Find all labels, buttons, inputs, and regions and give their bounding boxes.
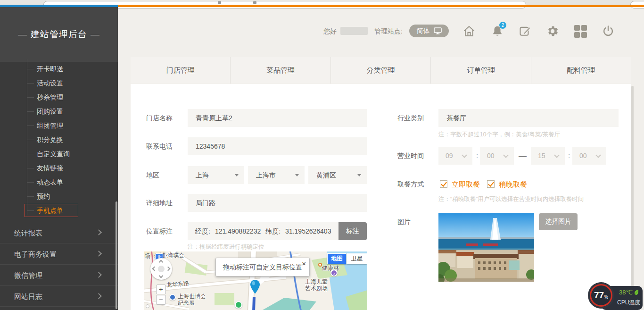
tab-order-management[interactable]: 订单管理: [430, 57, 530, 84]
longitude-value: 121.490882232: [215, 227, 261, 235]
phone-input[interactable]: 12345678: [188, 137, 367, 155]
notification-badge: 2: [499, 22, 506, 29]
sidebar-section-dianzishangwu[interactable]: 电子商务设置: [0, 243, 118, 264]
language-switch-button[interactable]: 简体: [409, 25, 449, 37]
store-photo: [438, 213, 534, 282]
time-colon: :: [568, 151, 570, 159]
province-select[interactable]: 上海: [188, 166, 244, 184]
dropdown-arrow-icon: [295, 174, 299, 176]
city-select[interactable]: 上海市: [248, 166, 305, 184]
edit-icon: [519, 25, 532, 38]
location-map[interactable]: 场 外滩·湾璞会 龙华东路 上海世博会 纪念展 健康林 上海儿童 艺术剧场 ♪ …: [144, 251, 367, 310]
district-value: 黄浦区: [316, 171, 336, 179]
sidebar-item-shoujidiandan-active[interactable]: 手机点单: [0, 203, 118, 218]
satellite-mode-button[interactable]: 卫星: [347, 253, 367, 264]
content-scrollbar[interactable]: [631, 86, 634, 310]
dropdown-arrow-icon: [357, 174, 361, 176]
pickup-now-checkbox[interactable]: [440, 180, 447, 188]
tab-ingredient-management[interactable]: 配料管理: [531, 57, 631, 84]
map-label-edge: 场: [145, 252, 150, 260]
pan-down-icon: [159, 274, 164, 278]
settings-button[interactable]: [546, 25, 559, 38]
tab-store-management[interactable]: 门店管理: [131, 57, 230, 84]
sidebar-section-wangzhanrizhi[interactable]: 网站日志: [0, 285, 118, 307]
sidebar-section-tongjibaobiao[interactable]: 统计报表: [0, 222, 118, 243]
mark-location-button[interactable]: 标注: [339, 222, 367, 240]
logout-button[interactable]: [602, 25, 615, 38]
location-label: 位置标注: [146, 227, 173, 236]
pan-up-icon: [159, 260, 164, 265]
title-dash: —: [91, 29, 100, 39]
chevron-right-icon: [96, 272, 102, 278]
map-pin-icon[interactable]: [250, 280, 260, 296]
monitor-icon: [434, 27, 442, 34]
sidebar-section-weixinguanli[interactable]: 微信管理: [0, 264, 118, 285]
gear-icon: [546, 25, 559, 38]
close-minute-select[interactable]: 00: [572, 147, 606, 165]
zoom-out-button[interactable]: −: [156, 295, 166, 305]
home-button[interactable]: [462, 25, 476, 38]
tab-category-management[interactable]: 分类管理: [330, 57, 430, 84]
sidebar-item-youqinglianjie[interactable]: 友情链接: [0, 161, 118, 175]
map-tooltip: 拖动标注可自定义目标位置 ×: [215, 258, 310, 276]
notifications-button[interactable]: 2: [491, 25, 504, 38]
sidebar-item-zutuanguanli[interactable]: 组团管理: [0, 118, 118, 133]
app-title: —建站管理后台—: [15, 29, 103, 39]
chevron-right-icon: [96, 251, 102, 257]
zoom-in-button[interactable]: +: [156, 285, 166, 294]
province-value: 上海: [196, 171, 209, 179]
chevron-right-icon: [96, 293, 102, 299]
sidebar-sections: 统计报表 电子商务设置 微信管理 网站日志: [0, 222, 118, 307]
cpu-monitor-widget[interactable]: 77 % 38℃ CPU温度: [590, 284, 643, 310]
screen: —建站管理后台— 开卡即送 活动设置 秒杀管理 团购设置 组团管理 积分兑换 自…: [0, 0, 644, 310]
chevron-down-icon: [462, 152, 467, 158]
industry-note: 注：字数不超过10个字，例：美食/粤菜/茶餐厅: [438, 131, 560, 139]
cpu-temperature: 38℃: [619, 289, 639, 296]
sidebar-item-yuyue[interactable]: 预约: [0, 189, 118, 203]
store-name-input[interactable]: 青青原上草2: [188, 109, 367, 127]
map-pan-control[interactable]: [150, 258, 172, 280]
pickup-later-checkbox[interactable]: [487, 180, 495, 188]
district-select[interactable]: 黄浦区: [308, 166, 367, 184]
leaf-icon: [634, 289, 639, 295]
close-hour-select[interactable]: 15: [531, 147, 565, 165]
username-redacted: [340, 27, 368, 35]
dropdown-arrow-icon: [235, 174, 239, 176]
tab-dish-management[interactable]: 菜品管理: [230, 57, 330, 84]
coordinates-field[interactable]: 经度:121.490882232纬度:31.1952626403: [188, 222, 339, 240]
pan-left-icon: [152, 267, 157, 271]
sidebar-item-huodongshezhi[interactable]: 活动设置: [0, 76, 118, 90]
pickup-note: 注：“稍晚取餐”用户可以选择在营业时间内选择取餐时间: [438, 195, 584, 203]
sidebar-scrollbar[interactable]: [116, 201, 117, 309]
open-minute-select[interactable]: 00: [480, 147, 514, 165]
sidebar-item-jifenduihuan[interactable]: 积分兑换: [0, 133, 118, 147]
close-icon[interactable]: ×: [301, 259, 307, 268]
close-hour-value: 15: [538, 152, 545, 159]
sidebar: —建站管理后台— 开卡即送 活动设置 秒杀管理 团购设置 组团管理 积分兑换 自…: [0, 7, 118, 310]
region-label: 地区: [146, 171, 159, 180]
map-label-theater-line2: 艺术剧场: [305, 285, 328, 293]
park-icon: [235, 301, 242, 309]
app-title-text: 建站管理后台: [31, 29, 87, 39]
time-dash: —: [519, 151, 527, 161]
sidebar-item-tuangoushezhi[interactable]: 团购设置: [0, 104, 118, 118]
sidebar-item-zidingyichaxun[interactable]: 自定义查询: [0, 147, 118, 161]
choose-image-button[interactable]: 选择图片: [539, 213, 578, 230]
accent-bar-orange: [118, 5, 644, 7]
section-label: 微信管理: [14, 271, 42, 279]
sidebar-item-dongtaibiaodan[interactable]: 动态表单: [0, 175, 118, 189]
industry-input[interactable]: 茶餐厅: [438, 109, 619, 127]
edit-button[interactable]: [519, 25, 532, 38]
pickup-now-label: 立即取餐: [452, 180, 480, 189]
open-minute-value: 00: [487, 152, 495, 159]
cpu-usage-gauge: 77 %: [590, 284, 612, 307]
store-name-label: 门店名称: [146, 114, 173, 123]
sidebar-item-kaikajisong[interactable]: 开卡即送: [0, 62, 118, 76]
map-mode-button[interactable]: 地图: [327, 253, 347, 264]
manage-site-label: 管理站点:: [374, 27, 403, 36]
map-tooltip-text: 拖动标注可自定义目标位置: [223, 263, 302, 271]
sidebar-item-miaoshaguanli[interactable]: 秒杀管理: [0, 90, 118, 104]
apps-button[interactable]: [574, 25, 587, 38]
open-hour-select[interactable]: 09: [438, 147, 472, 165]
address-input[interactable]: 局门路: [188, 194, 367, 212]
